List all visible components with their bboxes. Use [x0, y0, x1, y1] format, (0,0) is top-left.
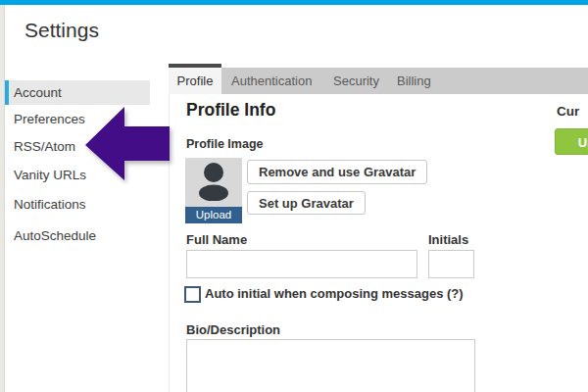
sidebar-item-notifications[interactable]: Notifications [5, 192, 150, 218]
setup-gravatar-button[interactable]: Set up Gravatar [247, 191, 366, 215]
full-name-label: Full Name [186, 232, 247, 247]
initials-input[interactable] [428, 250, 474, 278]
sidebar-item-rss-atom[interactable]: RSS/Atom [5, 134, 150, 160]
tab-authentication[interactable]: Authentication [231, 68, 312, 94]
bio-label: Bio/Description [186, 322, 280, 337]
top-accent-bar [0, 0, 588, 5]
page-title: Settings [24, 19, 99, 42]
avatar-upload-widget[interactable]: Upload [185, 158, 242, 223]
person-silhouette-icon [194, 160, 233, 205]
tab-billing[interactable]: Billing [397, 68, 431, 94]
avatar-placeholder[interactable] [185, 158, 242, 207]
sidebar-item-preferences[interactable]: Preferences [5, 107, 150, 132]
sidebar-item-autoschedule[interactable]: AutoSchedule [5, 223, 150, 249]
initials-label: Initials [428, 232, 468, 247]
current-plan-heading: Cur [557, 104, 579, 119]
upgrade-button[interactable]: Up [555, 128, 588, 155]
full-name-input[interactable] [186, 250, 417, 278]
bio-textarea[interactable] [186, 339, 475, 392]
auto-initial-label[interactable]: Auto initial when composing messages (?) [205, 286, 464, 301]
settings-page: { "window": { "title": "Settings" }, "si… [0, 0, 588, 392]
upload-button[interactable]: Upload [185, 207, 242, 223]
content-left-divider [169, 94, 170, 392]
section-heading: Profile Info [186, 100, 275, 121]
tab-security[interactable]: Security [333, 68, 379, 94]
profile-image-label: Profile Image [186, 137, 264, 151]
remove-gravatar-button[interactable]: Remove and use Gravatar [247, 160, 427, 184]
auto-initial-checkbox[interactable] [184, 286, 201, 303]
tab-profile[interactable]: Profile [169, 64, 221, 94]
sidebar-item-account[interactable]: Account [5, 80, 150, 105]
sidebar-item-vanity-urls[interactable]: Vanity URLs [5, 163, 150, 188]
